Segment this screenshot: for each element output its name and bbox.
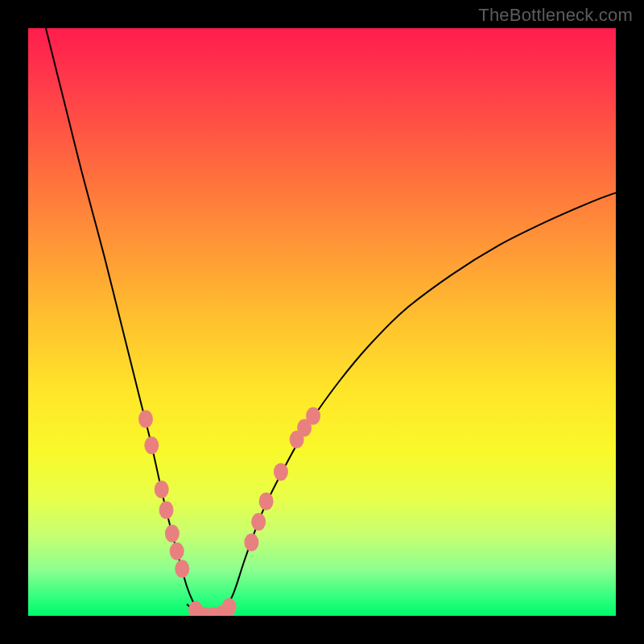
- plot-area: [28, 28, 616, 616]
- chart-frame: TheBottleneck.com: [0, 0, 644, 644]
- data-marker: [306, 407, 320, 425]
- marker-group: [138, 407, 320, 616]
- data-marker: [155, 481, 169, 498]
- data-marker: [251, 513, 266, 530]
- data-marker: [170, 543, 184, 560]
- data-marker: [165, 525, 180, 543]
- data-marker: [222, 598, 237, 616]
- watermark-text: TheBottleneck.com: [478, 5, 633, 26]
- data-marker: [259, 493, 274, 510]
- data-marker: [159, 502, 174, 519]
- data-marker: [175, 560, 189, 578]
- chart-svg: [28, 28, 616, 616]
- data-marker: [244, 534, 258, 551]
- data-marker: [144, 436, 159, 454]
- right-curve: [222, 192, 616, 616]
- left-curve: [46, 28, 204, 616]
- data-marker: [274, 463, 288, 481]
- data-marker: [138, 410, 153, 427]
